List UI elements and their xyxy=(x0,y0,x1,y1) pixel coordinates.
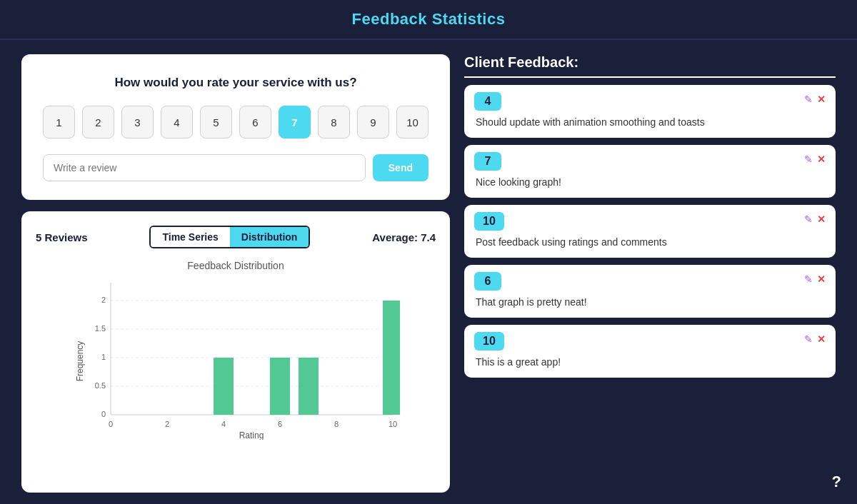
feedback-actions: ✎ ✕ xyxy=(804,153,826,165)
feedback-top: 10 ✎ ✕ xyxy=(474,213,826,231)
edit-icon[interactable]: ✎ xyxy=(804,153,813,165)
right-panel: Client Feedback: 4 ✎ ✕ Should update wit… xyxy=(464,54,836,493)
delete-icon[interactable]: ✕ xyxy=(817,273,826,285)
rating-question: How would you rate your service with us? xyxy=(43,76,428,90)
feedback-badge: 7 xyxy=(474,152,501,171)
delete-icon[interactable]: ✕ xyxy=(817,153,826,165)
review-input[interactable] xyxy=(43,154,366,181)
tab-time-series[interactable]: Time Series xyxy=(151,227,229,247)
main-content: How would you rate your service with us?… xyxy=(0,40,857,504)
svg-text:10: 10 xyxy=(389,420,397,428)
delete-icon[interactable]: ✕ xyxy=(817,94,826,105)
rating-btn-10[interactable]: 10 xyxy=(396,106,428,138)
feedback-text: Nice looking graph! xyxy=(474,176,826,188)
feedback-text: That graph is pretty neat! xyxy=(474,296,826,308)
rating-btn-1[interactable]: 1 xyxy=(43,106,75,138)
feedback-item: 7 ✎ ✕ Nice looking graph! xyxy=(464,145,836,198)
feedback-top: 4 ✎ ✕ xyxy=(474,94,826,111)
rating-btn-3[interactable]: 3 xyxy=(121,106,154,138)
rating-card: How would you rate your service with us?… xyxy=(21,54,450,200)
feedback-text: Post feedback using ratings and comments xyxy=(474,236,826,248)
svg-text:0: 0 xyxy=(101,410,106,418)
left-panel: How would you rate your service with us?… xyxy=(21,54,450,493)
feedback-actions: ✎ ✕ xyxy=(804,273,826,285)
feedback-actions: ✎ ✕ xyxy=(804,333,826,345)
feedback-section-title: Client Feedback: xyxy=(464,54,836,78)
svg-text:4: 4 xyxy=(221,420,226,428)
review-row: Send xyxy=(43,154,428,181)
bar-6 xyxy=(270,358,290,415)
feedback-actions: ✎ ✕ xyxy=(804,94,826,105)
header: Feedback Statistics xyxy=(0,0,857,40)
feedback-actions: ✎ ✕ xyxy=(804,213,826,225)
feedback-badge: 6 xyxy=(474,272,501,291)
reviews-count: 5 Reviews xyxy=(36,231,88,243)
rating-btn-5[interactable]: 5 xyxy=(200,106,232,138)
chart-area: Frequency 0 0.5 1 1.5 2 xyxy=(36,276,436,440)
feedback-badge: 10 xyxy=(474,212,504,231)
svg-text:6: 6 xyxy=(278,420,282,428)
bar-chart: Frequency 0 0.5 1 1.5 2 xyxy=(71,276,400,440)
bar-4 xyxy=(214,358,234,415)
chart-tab-group: Time Series Distribution xyxy=(149,226,310,248)
edit-icon[interactable]: ✎ xyxy=(804,94,813,105)
rating-btn-2[interactable]: 2 xyxy=(82,106,114,138)
feedback-item: 4 ✎ ✕ Should update with animation smoot… xyxy=(464,85,836,138)
rating-btn-7[interactable]: 7 xyxy=(279,106,311,138)
svg-text:1.5: 1.5 xyxy=(95,324,106,333)
rating-btn-8[interactable]: 8 xyxy=(318,106,350,138)
rating-btn-9[interactable]: 9 xyxy=(357,106,389,138)
edit-icon[interactable]: ✎ xyxy=(804,333,813,345)
page-title: Feedback Statistics xyxy=(352,10,506,28)
svg-text:1: 1 xyxy=(101,353,106,361)
chart-title: Feedback Distribution xyxy=(36,260,436,271)
feedback-list: 4 ✎ ✕ Should update with animation smoot… xyxy=(464,85,836,378)
feedback-badge: 10 xyxy=(474,332,504,351)
delete-icon[interactable]: ✕ xyxy=(817,333,826,345)
svg-text:Rating: Rating xyxy=(239,430,264,440)
rating-btn-4[interactable]: 4 xyxy=(161,106,193,138)
y-axis-label: Frequency xyxy=(75,341,85,382)
rating-buttons: 12345678910 xyxy=(43,106,428,138)
edit-icon[interactable]: ✎ xyxy=(804,213,813,225)
svg-text:2: 2 xyxy=(165,420,169,428)
average-label: Average: 7.4 xyxy=(372,231,436,243)
rating-btn-6[interactable]: 6 xyxy=(239,106,271,138)
chart-header: 5 Reviews Time Series Distribution Avera… xyxy=(36,226,436,248)
send-button[interactable]: Send xyxy=(373,154,428,181)
feedback-top: 10 ✎ ✕ xyxy=(474,333,826,351)
feedback-top: 7 ✎ ✕ xyxy=(474,153,826,171)
feedback-item: 6 ✎ ✕ That graph is pretty neat! xyxy=(464,265,836,318)
feedback-text: Should update with animation smoothing a… xyxy=(474,116,826,128)
feedback-badge: 4 xyxy=(474,92,501,111)
chart-card: 5 Reviews Time Series Distribution Avera… xyxy=(21,211,450,493)
svg-text:2: 2 xyxy=(101,296,106,304)
help-button[interactable]: ? xyxy=(832,473,841,491)
svg-text:0.5: 0.5 xyxy=(95,381,106,390)
bar-10 xyxy=(383,301,400,415)
bar-7 xyxy=(299,358,319,415)
feedback-text: This is a great app! xyxy=(474,356,826,368)
feedback-item: 10 ✎ ✕ Post feedback using ratings and c… xyxy=(464,205,836,258)
edit-icon[interactable]: ✎ xyxy=(804,273,813,285)
feedback-item: 10 ✎ ✕ This is a great app! xyxy=(464,325,836,378)
svg-text:8: 8 xyxy=(334,420,339,428)
delete-icon[interactable]: ✕ xyxy=(817,213,826,225)
tab-distribution[interactable]: Distribution xyxy=(230,227,309,247)
feedback-top: 6 ✎ ✕ xyxy=(474,273,826,291)
svg-text:0: 0 xyxy=(109,420,113,428)
